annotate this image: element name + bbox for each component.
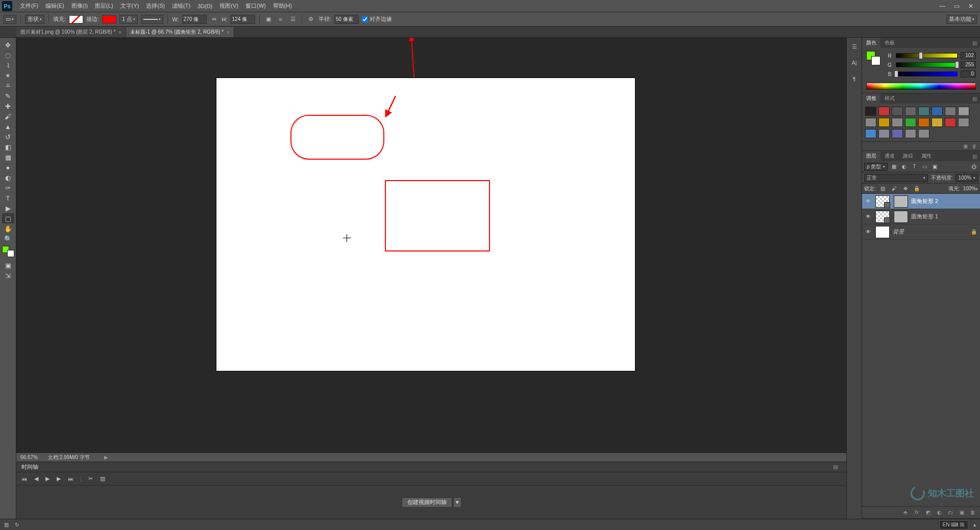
- menu-item[interactable]: 选择(S): [142, 0, 168, 12]
- lasso-tool[interactable]: ⌇: [2, 60, 14, 70]
- tab-properties[interactable]: 属性: [917, 151, 936, 161]
- adjustment-preset[interactable]: [918, 107, 929, 116]
- minimize-button[interactable]: —: [935, 1, 949, 11]
- layer-fx-icon[interactable]: fx: [913, 510, 921, 515]
- lock-all-icon[interactable]: 🔒: [913, 185, 921, 193]
- slider-value[interactable]: 255: [961, 61, 976, 68]
- filter-toggle-icon[interactable]: ⏻: [970, 163, 978, 171]
- history-brush-tool[interactable]: ↺: [2, 132, 14, 142]
- adjust-panel-menu-icon[interactable]: ▤: [969, 96, 980, 102]
- adjust-footer-icon[interactable]: ▣: [963, 143, 968, 149]
- adjustment-preset[interactable]: [892, 118, 903, 127]
- menu-item[interactable]: 帮助(H): [270, 0, 296, 12]
- slider-value[interactable]: 0: [961, 70, 976, 78]
- menu-item[interactable]: 图层(L): [91, 0, 116, 12]
- layer-thumbnail[interactable]: [875, 211, 890, 223]
- group-icon[interactable]: 🗀: [946, 510, 954, 515]
- tray-arrow-icon[interactable]: ▴: [973, 522, 976, 527]
- width-input[interactable]: [182, 15, 207, 24]
- adjustment-preset[interactable]: [905, 118, 916, 127]
- healing-tool[interactable]: ✚: [2, 101, 14, 111]
- close-window-button[interactable]: ✕: [964, 1, 978, 11]
- height-input[interactable]: [231, 15, 255, 24]
- create-video-timeline-button[interactable]: 创建视频时间轴: [402, 497, 452, 508]
- doc-size-display[interactable]: 文档:2.99M/0 字节: [48, 454, 90, 461]
- layers-list[interactable]: 👁圆角矩形 2👁圆角矩形 1👁背景🔒: [862, 194, 980, 506]
- tab-layers[interactable]: 图层: [862, 151, 880, 161]
- character-dock-icon[interactable]: A|: [849, 57, 860, 68]
- document-tab[interactable]: 图片素材1.png @ 100% (图层 2, RGB/8) *×: [16, 27, 126, 37]
- brush-tool[interactable]: 🖌: [2, 111, 14, 121]
- link-wh-icon[interactable]: ⇔: [210, 15, 219, 24]
- canvas[interactable]: [216, 78, 635, 371]
- path-ops-icon[interactable]: ▣: [264, 15, 273, 24]
- color-slider[interactable]: [896, 53, 958, 58]
- adjustment-preset[interactable]: [878, 118, 890, 127]
- lock-pixels-icon[interactable]: 🖌: [890, 185, 898, 193]
- adjustment-preset[interactable]: [958, 107, 969, 116]
- fill-adjust-icon[interactable]: ◐: [935, 510, 943, 515]
- vector-mask-thumbnail[interactable]: [894, 195, 908, 208]
- adjustment-preset[interactable]: [865, 118, 876, 127]
- maximize-button[interactable]: ▭: [949, 1, 964, 11]
- tab-adjustments[interactable]: 调整: [862, 93, 880, 104]
- visibility-toggle-icon[interactable]: 👁: [864, 229, 872, 235]
- menu-item[interactable]: 文件(F): [16, 0, 42, 12]
- shape-rounded-rect-1[interactable]: [385, 180, 490, 251]
- adjustment-preset[interactable]: [878, 129, 890, 138]
- menu-item[interactable]: 视图(V): [216, 0, 242, 12]
- adjustment-preset[interactable]: [905, 107, 916, 116]
- eyedropper-tool[interactable]: ✎: [2, 91, 14, 101]
- adjustment-preset[interactable]: [958, 118, 969, 127]
- visibility-toggle-icon[interactable]: 👁: [864, 214, 872, 219]
- tab-paths[interactable]: 路径: [899, 151, 917, 161]
- layer-row[interactable]: 👁圆角矩形 1: [862, 209, 980, 224]
- timeline-tab-label[interactable]: 时间轴: [21, 463, 38, 471]
- workspace-switcher[interactable]: 基本功能▾: [946, 15, 977, 24]
- zoom-tool[interactable]: 🔍: [2, 234, 14, 244]
- tab-swatches[interactable]: 色板: [880, 38, 899, 48]
- layers-panel-menu-icon[interactable]: ▤: [969, 154, 980, 159]
- hand-tool[interactable]: ✋: [2, 223, 14, 234]
- menu-item[interactable]: 图像(I): [68, 0, 91, 12]
- gradient-tool[interactable]: ▦: [2, 152, 14, 162]
- adjust-trash-icon[interactable]: 🗑: [972, 143, 977, 149]
- rounded-rectangle-tool[interactable]: ▢: [2, 213, 14, 223]
- opacity-select[interactable]: 100%▾: [955, 174, 978, 182]
- visibility-toggle-icon[interactable]: 👁: [864, 198, 872, 204]
- create-timeline-dropdown[interactable]: ▾: [453, 497, 461, 508]
- close-tab-icon[interactable]: ×: [118, 30, 121, 35]
- vector-mask-thumbnail[interactable]: [894, 211, 908, 223]
- document-tab[interactable]: 未标题-1 @ 66.7% (圆角矩形 2, RGB/8) *×: [126, 27, 234, 37]
- color-slider[interactable]: [896, 62, 958, 67]
- play-icon[interactable]: ▶: [45, 475, 50, 482]
- stroke-width-select[interactable]: 1 点▾: [119, 15, 138, 24]
- layer-name-label[interactable]: 圆角矩形 2: [911, 197, 978, 205]
- layer-row[interactable]: 👁背景🔒: [862, 224, 980, 240]
- goto-last-icon[interactable]: ⏭: [68, 476, 74, 482]
- adjustment-preset[interactable]: [865, 129, 876, 138]
- adjustment-preset[interactable]: [918, 118, 929, 127]
- canvas-holder[interactable]: [16, 38, 846, 452]
- gear-icon[interactable]: ⚙: [306, 15, 315, 24]
- timeline-menu-icon[interactable]: ▤: [830, 464, 841, 470]
- transition-icon[interactable]: ▨: [100, 475, 105, 482]
- fill-swatch[interactable]: [69, 15, 83, 23]
- arrange-icon[interactable]: ☰: [288, 15, 298, 24]
- link-layers-icon[interactable]: ⬘: [901, 510, 910, 515]
- adjustment-preset[interactable]: [932, 107, 943, 116]
- menu-item[interactable]: 编辑(E): [42, 0, 68, 12]
- shape-mode-select[interactable]: 形状▾: [25, 15, 44, 24]
- paragraph-dock-icon[interactable]: ¶: [849, 73, 860, 85]
- radius-input[interactable]: [334, 15, 359, 24]
- slider-value[interactable]: 102: [961, 52, 976, 59]
- align-edges-checkbox[interactable]: 对齐边缘: [362, 15, 392, 23]
- tool-preset-picker[interactable]: ▭▾: [3, 15, 16, 24]
- prev-frame-icon[interactable]: ◀: [34, 475, 38, 482]
- quick-mask-toggle[interactable]: ▣: [2, 260, 14, 270]
- layer-name-label[interactable]: 圆角矩形 1: [911, 213, 978, 220]
- goto-first-icon[interactable]: ⏮: [21, 476, 27, 482]
- move-tool[interactable]: ✥: [2, 40, 14, 50]
- shape-rounded-rect-2[interactable]: [290, 115, 384, 160]
- new-layer-icon[interactable]: ▣: [958, 510, 966, 515]
